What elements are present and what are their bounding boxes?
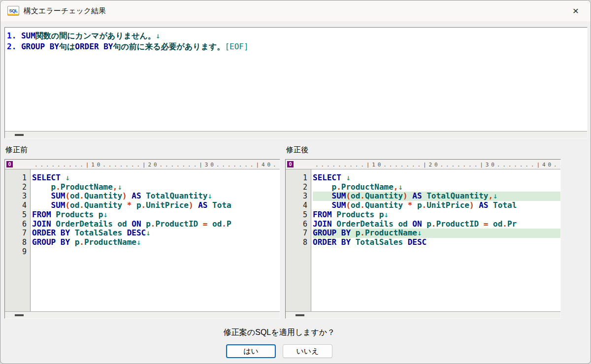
yes-button[interactable]: はい bbox=[226, 344, 276, 358]
before-ruler-zero: 0 bbox=[6, 161, 13, 167]
code-line: p.ProductName,↓ bbox=[32, 183, 280, 192]
error-message-list: 1. SUM関数の間にカンマがありません。↓2. GROUP BY句はORDER… bbox=[5, 28, 587, 131]
error-line[interactable]: 2. GROUP BY句はORDER BY句の前に来る必要があります。[EOF] bbox=[7, 41, 585, 52]
code-line-highlighted: GROUP BY p.ProductName↓ bbox=[313, 229, 560, 238]
code-line: SELECT ↓ bbox=[32, 173, 280, 183]
line-number: 3 bbox=[5, 192, 30, 201]
line-number: 5 bbox=[5, 210, 30, 220]
after-ruler-ticks: .........|10.......|20.......|30.......|… bbox=[286, 160, 560, 168]
code-line bbox=[32, 247, 280, 257]
error-scrollbar-thumb[interactable] bbox=[15, 134, 24, 136]
line-number: 9 bbox=[5, 247, 30, 257]
line-number: 8 bbox=[286, 238, 311, 247]
before-code-area[interactable]: SELECT ↓ p.ProductName,↓ SUM(od.Quantity… bbox=[31, 169, 280, 311]
line-number: 1 bbox=[5, 173, 30, 183]
error-line[interactable]: 1. SUM関数の間にカンマがありません。↓ bbox=[7, 31, 585, 41]
before-line-number-gutter: 123456789 bbox=[5, 169, 31, 311]
code-line-highlighted: SUM(od.Quantity) AS TotalQuantity,↓ bbox=[313, 192, 560, 201]
panel-labels-row: 修正前 修正後 bbox=[5, 145, 567, 155]
sql-app-icon-label: SQL bbox=[9, 8, 17, 13]
code-line: JOIN OrderDetails od ON p.ProductID = od… bbox=[313, 220, 560, 229]
after-scrollbar-thumb[interactable] bbox=[296, 314, 304, 316]
error-number: 1. bbox=[7, 31, 16, 40]
code-line: ORDER BY TotalSales DESC bbox=[313, 238, 560, 247]
after-editor[interactable]: 0 .........|10.......|20.......|30......… bbox=[285, 159, 561, 319]
line-number: 8 bbox=[5, 238, 30, 247]
line-number: 5 bbox=[286, 210, 311, 220]
after-label: 修正後 bbox=[286, 145, 567, 155]
after-editor-body: 12345678 SELECT ↓ p.ProductName,↓ SUM(od… bbox=[286, 169, 560, 311]
line-number: 7 bbox=[5, 229, 30, 238]
window-title: 構文エラーチェック結果 bbox=[24, 6, 106, 16]
before-scrollbar-thumb[interactable] bbox=[15, 314, 24, 316]
after-ruler-zero: 0 bbox=[287, 161, 294, 167]
line-number: 3 bbox=[286, 192, 311, 201]
syntax-check-dialog: SQL 構文エラーチェック結果 × 1. SUM関数の間にカンマがありません。↓… bbox=[0, 0, 591, 364]
code-line: FROM Products p↓ bbox=[32, 210, 280, 220]
code-line: SUM(od.Quantity) AS TotalQuantity↓ bbox=[32, 192, 280, 201]
before-editor[interactable]: 0 .........|10.......|20.......|30......… bbox=[4, 159, 280, 319]
after-line-number-gutter: 12345678 bbox=[286, 169, 311, 311]
before-horizontal-scrollbar[interactable] bbox=[5, 311, 280, 318]
line-number: 2 bbox=[5, 183, 30, 192]
close-icon[interactable]: × bbox=[569, 4, 583, 17]
before-editor-body: 123456789 SELECT ↓ p.ProductName,↓ SUM(o… bbox=[5, 169, 280, 311]
error-horizontal-scrollbar[interactable] bbox=[5, 131, 587, 138]
code-line: SELECT ↓ bbox=[313, 173, 560, 183]
before-label: 修正前 bbox=[5, 145, 286, 155]
before-ruler-ticks: .........|10.......|20.......|30.......|… bbox=[5, 160, 280, 168]
line-number: 4 bbox=[5, 201, 30, 210]
line-number: 1 bbox=[286, 173, 311, 183]
code-line: SUM(od.Quantity * p.UnitPrice) AS Total bbox=[313, 201, 560, 210]
code-line: FROM Products p↓ bbox=[313, 210, 560, 220]
line-number: 6 bbox=[286, 220, 311, 229]
sql-app-icon: SQL bbox=[7, 6, 19, 16]
line-number: 4 bbox=[286, 201, 311, 210]
before-ruler: 0 .........|10.......|20.......|30......… bbox=[5, 160, 280, 169]
line-number: 6 bbox=[5, 220, 30, 229]
after-ruler: 0 .........|10.......|20.......|30......… bbox=[286, 160, 560, 169]
after-code-area[interactable]: SELECT ↓ p.ProductName,↓ SUM(od.Quantity… bbox=[311, 169, 560, 311]
error-list-panel[interactable]: 1. SUM関数の間にカンマがありません。↓2. GROUP BY句はORDER… bbox=[4, 27, 588, 138]
line-number: 2 bbox=[286, 183, 311, 192]
no-button[interactable]: いいえ bbox=[283, 344, 332, 358]
code-line: ORDER BY TotalSales DESC↓ bbox=[32, 229, 280, 238]
after-horizontal-scrollbar[interactable] bbox=[286, 311, 560, 318]
code-line: SUM(od.Quantity * p.UnitPrice) AS Tota bbox=[32, 201, 280, 210]
error-number: 2. bbox=[7, 42, 16, 51]
titlebar: SQL 構文エラーチェック結果 × bbox=[0, 0, 591, 21]
code-line: GROUP BY p.ProductName↓ bbox=[32, 238, 280, 247]
editors-row: 0 .........|10.......|20.......|30......… bbox=[4, 159, 561, 319]
line-number: 7 bbox=[286, 229, 311, 238]
code-line: p.ProductName,↓ bbox=[313, 183, 560, 192]
footer-buttons: はい いいえ bbox=[0, 344, 591, 358]
code-line: JOIN OrderDetails od ON p.ProductID = od… bbox=[32, 220, 280, 229]
apply-question-text: 修正案のSQLを適用しますか？ bbox=[0, 328, 591, 338]
